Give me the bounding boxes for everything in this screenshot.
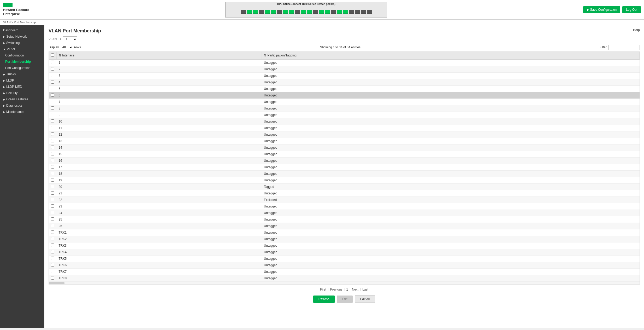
row-checkbox-12[interactable] bbox=[51, 132, 54, 136]
pagination-last[interactable]: Last bbox=[362, 288, 368, 291]
pagination-next[interactable]: Next bbox=[352, 288, 358, 291]
edit-button[interactable]: Edit bbox=[337, 296, 353, 303]
vlan-id-select[interactable]: 1 2 3 bbox=[63, 36, 77, 42]
table-row: 2Untagged bbox=[49, 66, 640, 73]
port-7 bbox=[277, 10, 282, 14]
port-9 bbox=[289, 10, 294, 14]
edit-all-button[interactable]: Edit All bbox=[355, 296, 375, 303]
row-checkbox-25[interactable] bbox=[51, 217, 54, 221]
refresh-button[interactable]: Refresh bbox=[313, 296, 335, 303]
row-checkbox-23[interactable] bbox=[51, 204, 54, 208]
row-checkbox-27[interactable] bbox=[51, 230, 54, 234]
row-checkbox-34[interactable] bbox=[51, 276, 54, 280]
row-checkbox-10[interactable] bbox=[51, 119, 54, 123]
sidebar-item-maintenance[interactable]: ▶ Maintenance bbox=[0, 109, 44, 115]
sidebar-item-diagnostics[interactable]: ▶ Diagnostics bbox=[0, 102, 44, 109]
table-row: TRK7Untagged bbox=[49, 269, 640, 275]
row-checkbox-14[interactable] bbox=[51, 146, 54, 149]
arrow-icon: ▶ bbox=[3, 92, 5, 95]
row-checkbox-16[interactable] bbox=[51, 159, 54, 162]
row-checkbox-32[interactable] bbox=[51, 263, 54, 267]
row-checkbox-20[interactable] bbox=[51, 185, 54, 188]
sidebar-item-vlan-port-membership[interactable]: Port Membership bbox=[0, 59, 44, 65]
table-row: TRK3Untagged bbox=[49, 242, 640, 249]
page-title-area: VLAN Port Membership Help bbox=[49, 28, 640, 34]
row-checkbox-7[interactable] bbox=[51, 100, 54, 103]
company-name: Hewlett Packard Enterprise bbox=[3, 8, 29, 16]
breadcrumb: VLAN > Port Membership bbox=[0, 20, 644, 25]
page-title: VLAN Port Membership bbox=[49, 28, 101, 34]
table-row: 25Untagged bbox=[49, 216, 640, 223]
row-checkbox-31[interactable] bbox=[51, 257, 54, 260]
pagination-previous[interactable]: Previous bbox=[330, 288, 342, 291]
row-checkbox-19[interactable] bbox=[51, 178, 54, 182]
arrow-icon: ▶ bbox=[3, 73, 5, 76]
row-checkbox-29[interactable] bbox=[51, 244, 54, 247]
row-checkbox-28[interactable] bbox=[51, 237, 54, 240]
sidebar-item-vlan-configuration[interactable]: Configuration bbox=[0, 52, 44, 59]
arrow-icon: ▶ bbox=[3, 104, 5, 107]
sidebar-item-security[interactable]: ▶ Security bbox=[0, 90, 44, 96]
row-checkbox-24[interactable] bbox=[51, 211, 54, 214]
save-configuration-button[interactable]: ▶ Save Configuration bbox=[583, 6, 620, 13]
interface-column-header[interactable]: ⇅ Interface bbox=[57, 52, 262, 59]
table-row: 22Excluded bbox=[49, 197, 640, 203]
sidebar-item-vlan[interactable]: ▼ VLAN bbox=[0, 46, 44, 52]
sidebar-item-lldp[interactable]: ▶ LLDP bbox=[0, 77, 44, 84]
tagging-cell: Untagged bbox=[262, 177, 640, 184]
table-row: 9Untagged bbox=[49, 112, 640, 118]
row-checkbox-26[interactable] bbox=[51, 224, 54, 227]
row-checkbox-9[interactable] bbox=[51, 113, 54, 116]
sidebar-item-vlan-port-configuration[interactable]: Port Configuration bbox=[0, 65, 44, 71]
row-checkbox-8[interactable] bbox=[51, 106, 54, 110]
row-checkbox-17[interactable] bbox=[51, 165, 54, 169]
sidebar-item-switching[interactable]: ▶ Switching bbox=[0, 40, 44, 46]
row-checkbox-13[interactable] bbox=[51, 139, 54, 142]
row-checkbox-2[interactable] bbox=[51, 67, 54, 71]
interface-cell: 16 bbox=[57, 158, 262, 164]
pagination-current-page: 1 bbox=[346, 288, 348, 291]
table-row: 8Untagged bbox=[49, 105, 640, 112]
sidebar-item-trunks[interactable]: ▶ Trunks bbox=[0, 71, 44, 77]
sidebar-item-setup-network[interactable]: ▶ Setup Network bbox=[0, 33, 44, 40]
tagging-column-header[interactable]: ⇅ Participation/Tagging bbox=[262, 52, 640, 59]
port-10 bbox=[295, 10, 300, 14]
row-checkbox-18[interactable] bbox=[51, 172, 54, 175]
table-row: 21Untagged bbox=[49, 190, 640, 197]
interface-cell: 2 bbox=[57, 66, 262, 73]
select-all-checkbox[interactable] bbox=[51, 53, 54, 57]
table-body: 1Untagged2Untagged3Untagged4Untagged5Unt… bbox=[49, 59, 640, 282]
interface-cell: 3 bbox=[57, 73, 262, 79]
sidebar-item-lldp-med[interactable]: ▶ LLDP-MED bbox=[0, 84, 44, 90]
help-link[interactable]: Help bbox=[633, 28, 640, 32]
row-checkbox-5[interactable] bbox=[51, 87, 54, 90]
tagging-cell: Untagged bbox=[262, 242, 640, 249]
interface-cell: TRK5 bbox=[57, 256, 262, 262]
table-row: TRK4Untagged bbox=[49, 249, 640, 256]
row-checkbox-3[interactable] bbox=[51, 74, 54, 77]
content-area: VLAN Port Membership Help VLAN ID 1 2 3 … bbox=[44, 25, 644, 328]
interface-cell: TRK3 bbox=[57, 242, 262, 249]
tagging-cell: Untagged bbox=[262, 144, 640, 151]
pagination-first[interactable]: First bbox=[320, 288, 326, 291]
logout-button[interactable]: Log Out bbox=[622, 6, 641, 13]
display-rows-select[interactable]: All 10 25 50 100 bbox=[60, 45, 73, 50]
sidebar-item-green-features[interactable]: ▶ Green Features bbox=[0, 96, 44, 102]
filter-input[interactable] bbox=[608, 45, 640, 50]
row-checkbox-21[interactable] bbox=[51, 191, 54, 195]
sidebar-item-dashboard[interactable]: Dashboard bbox=[0, 27, 44, 33]
tagging-cell: Tagged bbox=[262, 184, 640, 190]
row-checkbox-6[interactable] bbox=[51, 93, 54, 97]
select-all-header bbox=[49, 52, 57, 59]
row-checkbox-33[interactable] bbox=[51, 270, 54, 273]
row-checkbox-4[interactable] bbox=[51, 80, 54, 84]
interface-cell: 26 bbox=[57, 223, 262, 229]
tagging-cell: Untagged bbox=[262, 151, 640, 158]
row-checkbox-1[interactable] bbox=[51, 61, 54, 64]
row-checkbox-30[interactable] bbox=[51, 250, 54, 253]
row-checkbox-15[interactable] bbox=[51, 152, 54, 155]
row-checkbox-11[interactable] bbox=[51, 126, 54, 129]
horizontal-scrollbar[interactable] bbox=[49, 282, 640, 285]
row-checkbox-22[interactable] bbox=[51, 198, 54, 201]
tagging-cell: Untagged bbox=[262, 190, 640, 197]
